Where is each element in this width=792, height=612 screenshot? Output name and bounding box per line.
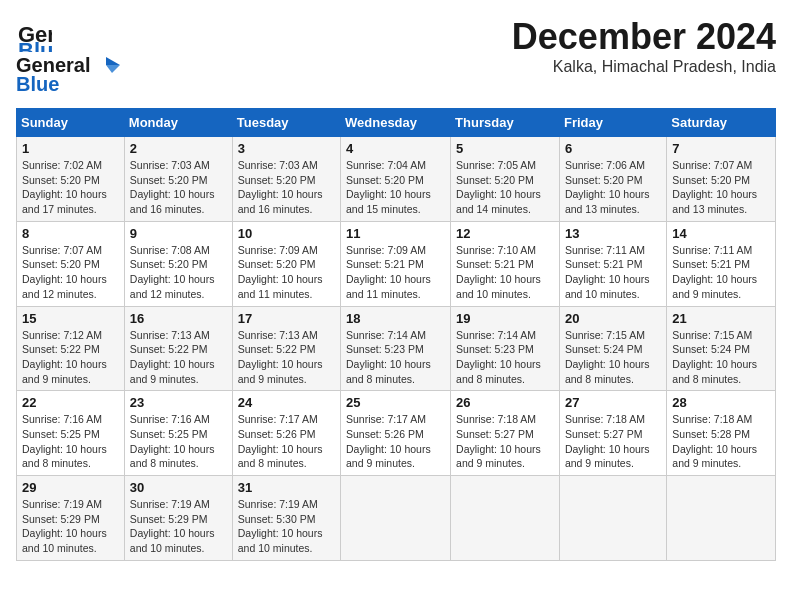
day-info: Sunrise: 7:13 AM Sunset: 5:22 PM Dayligh… xyxy=(130,328,227,387)
day-info: Sunrise: 7:09 AM Sunset: 5:20 PM Dayligh… xyxy=(238,243,335,302)
day-number: 31 xyxy=(238,480,335,495)
day-number: 16 xyxy=(130,311,227,326)
day-number: 19 xyxy=(456,311,554,326)
calendar-cell: 2Sunrise: 7:03 AM Sunset: 5:20 PM Daylig… xyxy=(124,137,232,222)
calendar-cell: 11Sunrise: 7:09 AM Sunset: 5:21 PM Dayli… xyxy=(341,221,451,306)
day-info: Sunrise: 7:16 AM Sunset: 5:25 PM Dayligh… xyxy=(130,412,227,471)
day-info: Sunrise: 7:02 AM Sunset: 5:20 PM Dayligh… xyxy=(22,158,119,217)
day-info: Sunrise: 7:14 AM Sunset: 5:23 PM Dayligh… xyxy=(456,328,554,387)
calendar-cell: 14Sunrise: 7:11 AM Sunset: 5:21 PM Dayli… xyxy=(667,221,776,306)
calendar-cell: 10Sunrise: 7:09 AM Sunset: 5:20 PM Dayli… xyxy=(232,221,340,306)
day-number: 15 xyxy=(22,311,119,326)
calendar-cell: 12Sunrise: 7:10 AM Sunset: 5:21 PM Dayli… xyxy=(451,221,560,306)
day-number: 13 xyxy=(565,226,661,241)
day-info: Sunrise: 7:11 AM Sunset: 5:21 PM Dayligh… xyxy=(672,243,770,302)
day-number: 29 xyxy=(22,480,119,495)
day-info: Sunrise: 7:06 AM Sunset: 5:20 PM Dayligh… xyxy=(565,158,661,217)
calendar-cell xyxy=(667,476,776,561)
day-number: 20 xyxy=(565,311,661,326)
calendar-cell: 27Sunrise: 7:18 AM Sunset: 5:27 PM Dayli… xyxy=(559,391,666,476)
calendar-cell: 3Sunrise: 7:03 AM Sunset: 5:20 PM Daylig… xyxy=(232,137,340,222)
calendar-cell: 22Sunrise: 7:16 AM Sunset: 5:25 PM Dayli… xyxy=(17,391,125,476)
logo-blue: Blue xyxy=(16,73,59,96)
day-number: 22 xyxy=(22,395,119,410)
calendar-cell: 23Sunrise: 7:16 AM Sunset: 5:25 PM Dayli… xyxy=(124,391,232,476)
week-row-4: 22Sunrise: 7:16 AM Sunset: 5:25 PM Dayli… xyxy=(17,391,776,476)
day-info: Sunrise: 7:13 AM Sunset: 5:22 PM Dayligh… xyxy=(238,328,335,387)
day-number: 10 xyxy=(238,226,335,241)
day-info: Sunrise: 7:15 AM Sunset: 5:24 PM Dayligh… xyxy=(672,328,770,387)
calendar-cell: 28Sunrise: 7:18 AM Sunset: 5:28 PM Dayli… xyxy=(667,391,776,476)
svg-text:Blue: Blue xyxy=(18,38,52,52)
day-info: Sunrise: 7:16 AM Sunset: 5:25 PM Dayligh… xyxy=(22,412,119,471)
day-info: Sunrise: 7:19 AM Sunset: 5:30 PM Dayligh… xyxy=(238,497,335,556)
day-number: 14 xyxy=(672,226,770,241)
day-number: 6 xyxy=(565,141,661,156)
day-info: Sunrise: 7:18 AM Sunset: 5:27 PM Dayligh… xyxy=(456,412,554,471)
calendar-cell xyxy=(341,476,451,561)
day-number: 18 xyxy=(346,311,445,326)
calendar-cell: 1Sunrise: 7:02 AM Sunset: 5:20 PM Daylig… xyxy=(17,137,125,222)
calendar-cell: 31Sunrise: 7:19 AM Sunset: 5:30 PM Dayli… xyxy=(232,476,340,561)
calendar-cell: 8Sunrise: 7:07 AM Sunset: 5:20 PM Daylig… xyxy=(17,221,125,306)
day-number: 27 xyxy=(565,395,661,410)
calendar-cell: 6Sunrise: 7:06 AM Sunset: 5:20 PM Daylig… xyxy=(559,137,666,222)
svg-marker-3 xyxy=(106,65,120,73)
day-number: 26 xyxy=(456,395,554,410)
day-info: Sunrise: 7:07 AM Sunset: 5:20 PM Dayligh… xyxy=(22,243,119,302)
weekday-header-sunday: Sunday xyxy=(17,109,125,137)
calendar-table: SundayMondayTuesdayWednesdayThursdayFrid… xyxy=(16,108,776,561)
week-row-1: 1Sunrise: 7:02 AM Sunset: 5:20 PM Daylig… xyxy=(17,137,776,222)
calendar-cell: 4Sunrise: 7:04 AM Sunset: 5:20 PM Daylig… xyxy=(341,137,451,222)
day-number: 8 xyxy=(22,226,119,241)
day-number: 21 xyxy=(672,311,770,326)
svg-marker-2 xyxy=(106,57,120,65)
calendar-cell: 20Sunrise: 7:15 AM Sunset: 5:24 PM Dayli… xyxy=(559,306,666,391)
calendar-cell: 5Sunrise: 7:05 AM Sunset: 5:20 PM Daylig… xyxy=(451,137,560,222)
calendar-cell: 15Sunrise: 7:12 AM Sunset: 5:22 PM Dayli… xyxy=(17,306,125,391)
day-info: Sunrise: 7:10 AM Sunset: 5:21 PM Dayligh… xyxy=(456,243,554,302)
weekday-header-row: SundayMondayTuesdayWednesdayThursdayFrid… xyxy=(17,109,776,137)
day-info: Sunrise: 7:19 AM Sunset: 5:29 PM Dayligh… xyxy=(22,497,119,556)
calendar-cell: 18Sunrise: 7:14 AM Sunset: 5:23 PM Dayli… xyxy=(341,306,451,391)
day-info: Sunrise: 7:18 AM Sunset: 5:28 PM Dayligh… xyxy=(672,412,770,471)
day-info: Sunrise: 7:08 AM Sunset: 5:20 PM Dayligh… xyxy=(130,243,227,302)
day-info: Sunrise: 7:19 AM Sunset: 5:29 PM Dayligh… xyxy=(130,497,227,556)
calendar-cell xyxy=(559,476,666,561)
day-number: 17 xyxy=(238,311,335,326)
calendar-cell xyxy=(451,476,560,561)
day-number: 24 xyxy=(238,395,335,410)
day-info: Sunrise: 7:14 AM Sunset: 5:23 PM Dayligh… xyxy=(346,328,445,387)
day-number: 12 xyxy=(456,226,554,241)
calendar-cell: 21Sunrise: 7:15 AM Sunset: 5:24 PM Dayli… xyxy=(667,306,776,391)
day-number: 2 xyxy=(130,141,227,156)
day-info: Sunrise: 7:18 AM Sunset: 5:27 PM Dayligh… xyxy=(565,412,661,471)
day-info: Sunrise: 7:15 AM Sunset: 5:24 PM Dayligh… xyxy=(565,328,661,387)
day-number: 11 xyxy=(346,226,445,241)
calendar-cell: 26Sunrise: 7:18 AM Sunset: 5:27 PM Dayli… xyxy=(451,391,560,476)
calendar-cell: 25Sunrise: 7:17 AM Sunset: 5:26 PM Dayli… xyxy=(341,391,451,476)
weekday-header-wednesday: Wednesday xyxy=(341,109,451,137)
calendar-cell: 24Sunrise: 7:17 AM Sunset: 5:26 PM Dayli… xyxy=(232,391,340,476)
calendar-cell: 19Sunrise: 7:14 AM Sunset: 5:23 PM Dayli… xyxy=(451,306,560,391)
day-info: Sunrise: 7:11 AM Sunset: 5:21 PM Dayligh… xyxy=(565,243,661,302)
calendar-cell: 17Sunrise: 7:13 AM Sunset: 5:22 PM Dayli… xyxy=(232,306,340,391)
day-number: 1 xyxy=(22,141,119,156)
month-title: December 2024 xyxy=(512,16,776,58)
calendar-cell: 13Sunrise: 7:11 AM Sunset: 5:21 PM Dayli… xyxy=(559,221,666,306)
location: Kalka, Himachal Pradesh, India xyxy=(512,58,776,76)
logo: General Blue General Blue xyxy=(16,16,120,96)
weekday-header-saturday: Saturday xyxy=(667,109,776,137)
day-number: 25 xyxy=(346,395,445,410)
day-number: 9 xyxy=(130,226,227,241)
day-info: Sunrise: 7:05 AM Sunset: 5:20 PM Dayligh… xyxy=(456,158,554,217)
day-info: Sunrise: 7:09 AM Sunset: 5:21 PM Dayligh… xyxy=(346,243,445,302)
calendar-cell: 30Sunrise: 7:19 AM Sunset: 5:29 PM Dayli… xyxy=(124,476,232,561)
week-row-3: 15Sunrise: 7:12 AM Sunset: 5:22 PM Dayli… xyxy=(17,306,776,391)
page-header: General Blue General Blue December 2024 … xyxy=(16,16,776,96)
week-row-5: 29Sunrise: 7:19 AM Sunset: 5:29 PM Dayli… xyxy=(17,476,776,561)
day-info: Sunrise: 7:03 AM Sunset: 5:20 PM Dayligh… xyxy=(130,158,227,217)
day-info: Sunrise: 7:03 AM Sunset: 5:20 PM Dayligh… xyxy=(238,158,335,217)
day-number: 5 xyxy=(456,141,554,156)
title-block: December 2024 Kalka, Himachal Pradesh, I… xyxy=(512,16,776,76)
